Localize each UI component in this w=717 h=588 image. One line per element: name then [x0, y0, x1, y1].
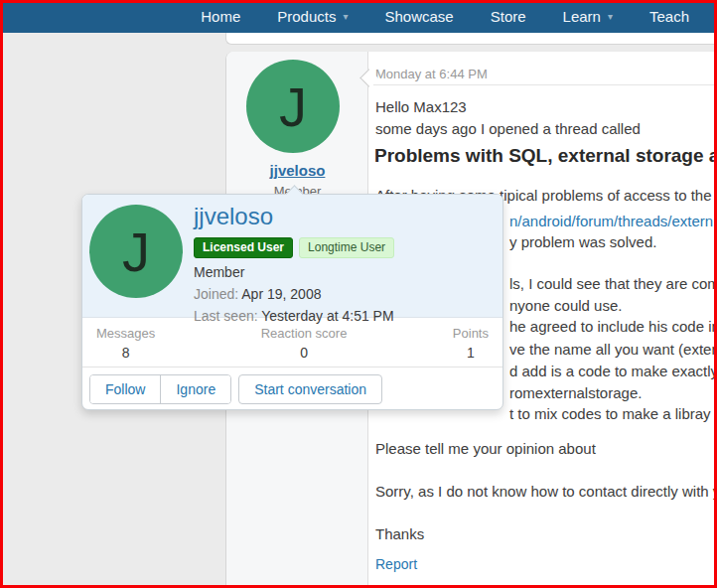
stat-messages[interactable]: Messages 8 [96, 326, 155, 367]
avatar-initial: J [122, 220, 150, 284]
stat-label: Reaction score [261, 326, 348, 342]
nav-item-teach[interactable]: Teach [649, 8, 689, 25]
post-text-fragment: y problem was solved. [509, 231, 656, 252]
member-card-header: J jjveloso Licensed User Longtime User M… [82, 195, 502, 318]
nav-item-products[interactable]: Products▾ [277, 8, 348, 25]
post-text-fragment: d add is a code to make exactly [509, 361, 717, 381]
stat-value: 8 [96, 345, 155, 361]
author-username-link[interactable]: jjveloso [226, 162, 368, 179]
post-text-line: some days ago I opened a thread called [375, 118, 641, 139]
licensed-user-badge: Licensed User [194, 237, 293, 258]
nav-item-home[interactable]: Home [201, 8, 240, 25]
member-badges: Licensed User Longtime User [194, 237, 394, 258]
top-navigation-bar: Home Products▾ Showcase Store Learn▾ Tea… [0, 0, 717, 33]
stat-label: Points [453, 326, 489, 342]
nav-label: Teach [649, 8, 689, 25]
post-link-fragment[interactable]: n/android/forum/threads/extern [509, 211, 713, 231]
stat-value: 1 [453, 345, 489, 361]
post-text-fragment: t to mix codes to make a libray t [509, 403, 717, 424]
post-text-fragment: he agreed to include his code in [509, 316, 717, 337]
post-text-fragment: ve the name all you want (extern [509, 339, 717, 360]
stat-reaction-score[interactable]: Reaction score 0 [261, 326, 348, 367]
stat-points[interactable]: Points 1 [453, 326, 489, 367]
post-text-line: Thanks [375, 523, 424, 544]
stat-value: 0 [261, 345, 348, 361]
post-header-divider [373, 84, 717, 85]
stat-label: Messages [96, 326, 155, 342]
nav-label: Home [201, 8, 240, 25]
joined-value: Apr 19, 2008 [241, 286, 321, 302]
nav-label: Learn [563, 8, 601, 25]
post-text-line: Please tell me your opinion about [375, 438, 596, 459]
chevron-down-icon: ▾ [608, 12, 613, 22]
avatar-initial: J [279, 74, 307, 139]
post-timestamp[interactable]: Monday at 6:44 PM [375, 64, 488, 84]
nav-item-showcase[interactable]: Showcase [384, 8, 453, 25]
nav-item-store[interactable]: Store [491, 8, 526, 25]
follow-ignore-button-group: Follow Ignore [89, 374, 231, 404]
longtime-user-badge: Longtime User [299, 237, 394, 258]
nav-label: Products [277, 8, 336, 25]
post-text-fragment: nyone could use. [509, 295, 622, 316]
member-stats: Messages 8 Reaction score 0 Points 1 [82, 319, 502, 367]
nav-item-learn[interactable]: Learn▾ [563, 8, 613, 25]
follow-button[interactable]: Follow [90, 375, 160, 403]
member-tooltip-card: J jjveloso Licensed User Longtime User M… [81, 194, 503, 410]
member-card-actions: Follow Ignore Start conversation [89, 374, 382, 404]
member-role: Member [194, 264, 394, 281]
member-card-username-link[interactable]: jjveloso [194, 203, 273, 229]
post-text-line: Sorry, as I do not know how to contact d… [375, 481, 717, 502]
previous-post-block-edge [225, 33, 717, 45]
joined-label: Joined: [194, 286, 238, 302]
post-text-fragment: romexternalstorage. [509, 382, 642, 403]
start-conversation-button[interactable]: Start conversation [238, 374, 382, 404]
member-joined-row: Joined: Apr 19, 2008 [194, 286, 394, 303]
report-link[interactable]: Report [375, 554, 417, 575]
card-buttons-divider [82, 367, 502, 368]
nav-label: Store [491, 8, 526, 25]
post-text-fragment: ls, I could see that they are comp [509, 273, 717, 294]
member-card-avatar[interactable]: J [89, 205, 183, 298]
nav-label: Showcase [384, 8, 453, 25]
chevron-down-icon: ▾ [343, 12, 348, 22]
ignore-button[interactable]: Ignore [160, 375, 230, 403]
quoted-thread-title: Problems with SQL, external storage and [374, 145, 717, 166]
author-avatar[interactable]: J [246, 60, 340, 153]
post-text-line: Hello Max123 [375, 96, 467, 117]
